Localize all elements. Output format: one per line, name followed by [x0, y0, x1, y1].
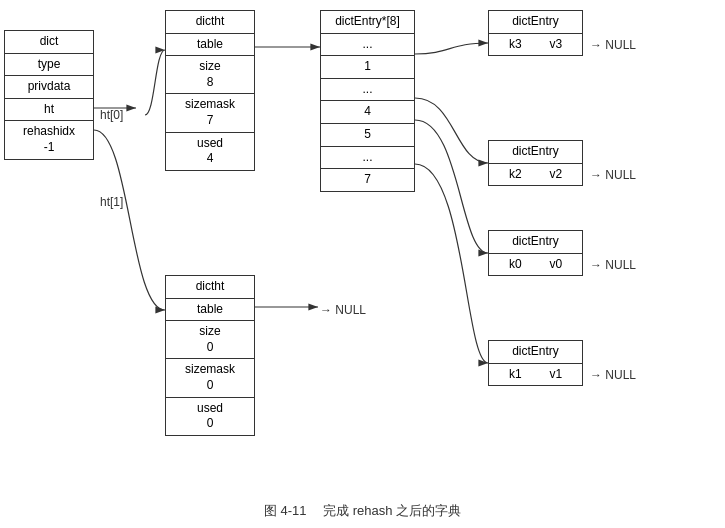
array-box: dictEntry*[8] ... 1 ... 4 5 ... 7 — [320, 10, 415, 192]
v1: v1 — [549, 367, 562, 383]
dictht0-header: dictht — [166, 11, 254, 34]
dictht0-size: size8 — [166, 56, 254, 94]
array-cell-1: 1 — [321, 56, 414, 79]
entry-k3v3: dictEntry k3 v3 — [488, 10, 583, 56]
k2: k2 — [509, 167, 522, 183]
entry-k0v0-kv: k0 v0 — [489, 254, 582, 276]
array-cell-3: 4 — [321, 101, 414, 124]
dict-box: dict type privdata ht rehashidx-1 — [4, 30, 94, 160]
dictht0-box: dictht table size8 sizemask7 used4 — [165, 10, 255, 171]
dictht1-used: used0 — [166, 398, 254, 435]
k0: k0 — [509, 257, 522, 273]
k3: k3 — [509, 37, 522, 53]
v0: v0 — [549, 257, 562, 273]
diagram: dict type privdata ht rehashidx-1 ht[0] … — [0, 0, 725, 528]
entry-k0v0: dictEntry k0 v0 — [488, 230, 583, 276]
v2: v2 — [549, 167, 562, 183]
dictht0-used: used4 — [166, 133, 254, 170]
null-3: → NULL — [590, 368, 636, 382]
dict-cell-dict: dict — [5, 31, 93, 54]
null-4: → NULL — [320, 303, 366, 317]
dictht0-table: table — [166, 34, 254, 57]
entry-k3v3-header: dictEntry — [489, 11, 582, 34]
entry-k1v1-header: dictEntry — [489, 341, 582, 364]
null-0: → NULL — [590, 38, 636, 52]
dictht1-size: size0 — [166, 321, 254, 359]
array-cell-5: ... — [321, 147, 414, 170]
dictht1-header: dictht — [166, 276, 254, 299]
v3: v3 — [549, 37, 562, 53]
entry-k2v2-kv: k2 v2 — [489, 164, 582, 186]
ht1-label: ht[1] — [100, 195, 123, 209]
dict-cell-privdata: privdata — [5, 76, 93, 99]
dict-cell-type: type — [5, 54, 93, 77]
entry-k2v2-header: dictEntry — [489, 141, 582, 164]
array-cell-6: 7 — [321, 169, 414, 191]
null-1: → NULL — [590, 168, 636, 182]
array-header: dictEntry*[8] — [321, 11, 414, 34]
null-2: → NULL — [590, 258, 636, 272]
dict-cell-rehashidx: rehashidx-1 — [5, 121, 93, 158]
dict-cell-ht: ht — [5, 99, 93, 122]
ht0-label: ht[0] — [100, 108, 123, 122]
array-cell-4: 5 — [321, 124, 414, 147]
entry-k1v1: dictEntry k1 v1 — [488, 340, 583, 386]
k1: k1 — [509, 367, 522, 383]
entry-k0v0-header: dictEntry — [489, 231, 582, 254]
entry-k1v1-kv: k1 v1 — [489, 364, 582, 386]
entry-k2v2: dictEntry k2 v2 — [488, 140, 583, 186]
dictht1-box: dictht table size0 sizemask0 used0 — [165, 275, 255, 436]
array-cell-0: ... — [321, 34, 414, 57]
dictht1-table: table — [166, 299, 254, 322]
dictht0-sizemask: sizemask7 — [166, 94, 254, 132]
entry-k3v3-kv: k3 v3 — [489, 34, 582, 56]
dictht1-sizemask: sizemask0 — [166, 359, 254, 397]
array-cell-2: ... — [321, 79, 414, 102]
caption: 图 4-11 完成 rehash 之后的字典 — [0, 502, 725, 520]
